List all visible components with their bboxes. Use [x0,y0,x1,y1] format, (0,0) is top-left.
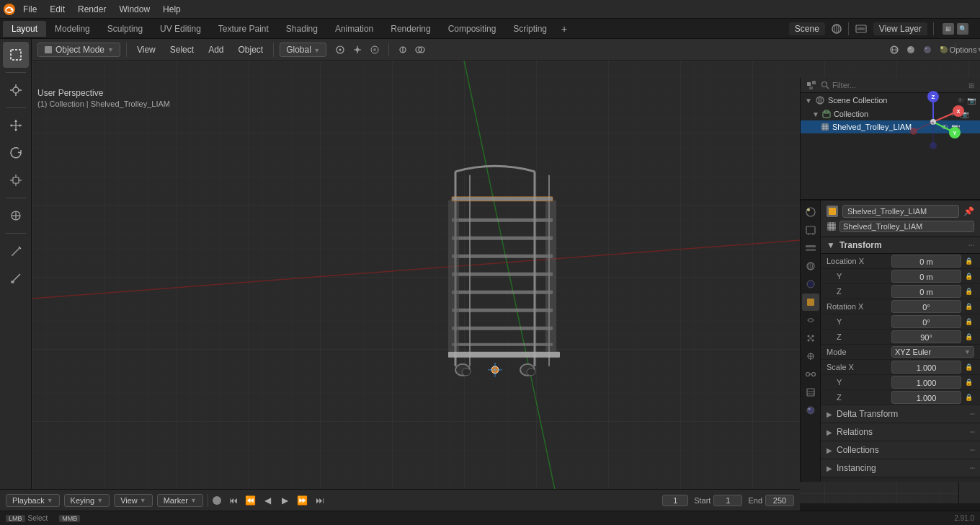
play-button[interactable]: ▶ [277,493,293,508]
proportional-edit-icon[interactable] [367,42,383,58]
prop-tab-constraints[interactable] [802,366,819,383]
step-back-button[interactable]: ⏪ [243,493,259,508]
annotate-tool-button[interactable] [3,238,29,264]
playback-menu[interactable]: Playback ▼ [6,494,60,507]
prop-tab-render[interactable] [802,203,819,221]
select-menu[interactable]: Select [166,43,198,56]
snap-icon[interactable] [349,42,365,58]
scale-tool-button[interactable] [3,167,29,193]
rotation-y-lock[interactable]: 🔒 [963,316,974,327]
menu-edit[interactable]: Edit [44,3,71,16]
scale-x-value[interactable]: 1.000 [891,361,961,374]
start-frame-field[interactable]: 1 [713,495,742,506]
transform-tool-button[interactable] [3,203,29,229]
panel-layout-icon[interactable]: ⊞ [943,23,954,35]
outliner-search-input[interactable] [832,81,964,89]
rotation-x-value[interactable]: 0° [891,300,961,313]
wireframe-shading-icon[interactable] [886,42,902,58]
tab-modeling[interactable]: Modeling [46,21,99,37]
outliner-search-bar[interactable] [821,81,964,89]
tab-compositing[interactable]: Compositing [440,21,505,37]
scale-z-lock[interactable]: 🔒 [963,392,974,403]
tab-sculpting[interactable]: Sculpting [99,21,151,37]
add-menu[interactable]: Add [204,43,228,56]
object-mode-selector[interactable]: Object Mode ▼ [37,43,120,57]
pin-icon[interactable]: 📌 [963,206,974,216]
menu-file[interactable]: File [17,3,43,16]
tab-texture-paint[interactable]: Texture Paint [210,21,277,37]
location-z-lock[interactable]: 🔒 [963,286,974,297]
filter-icon[interactable]: ⊞ [968,81,974,89]
prop-tab-output[interactable] [802,221,819,239]
measure-tool-button[interactable] [3,265,29,291]
view-layer-selector[interactable]: View Layer [873,22,927,35]
rotation-mode-selector[interactable]: XYZ Euler ▼ [891,346,974,358]
datablock-selector[interactable]: Shelved_Trolley_LIAM [839,221,974,232]
cursor-tool-button[interactable] [3,77,29,103]
prop-tab-object[interactable] [802,294,819,311]
view-menu[interactable]: View [133,43,160,56]
tab-animation[interactable]: Animation [326,21,382,37]
object-name-field[interactable]: Shelved_Trolley_LIAM [842,205,959,218]
search-icon[interactable]: 🔍 [957,23,968,35]
step-forward-button[interactable]: ⏩ [295,493,311,508]
solid-shading-icon[interactable] [903,42,919,58]
prop-tab-particles[interactable] [802,330,819,347]
transform-section-header[interactable]: ▼ Transform ··· [821,237,980,254]
move-tool-button[interactable] [3,112,29,138]
play-reverse-button[interactable]: ◀ [260,493,276,508]
tab-layout[interactable]: Layout [3,21,46,37]
keyframe-indicator[interactable] [213,496,221,505]
prop-tab-physics[interactable] [802,348,819,365]
rotation-z-lock[interactable]: 🔒 [963,331,974,343]
scale-y-value[interactable]: 1.000 [891,376,961,389]
marker-menu[interactable]: Marker ▼ [157,494,203,507]
rotation-x-lock[interactable]: 🔒 [963,301,974,312]
tab-shading[interactable]: Shading [277,21,326,37]
tab-add-button[interactable]: + [556,20,573,38]
keying-menu[interactable]: Keying ▼ [64,494,110,507]
menu-help[interactable]: Help [157,3,187,16]
end-frame-field[interactable]: 250 [765,495,794,506]
current-frame-field[interactable]: 1 [662,495,688,506]
scene-selector[interactable]: Scene [789,22,825,35]
jump-start-button[interactable]: ⏮ [226,493,241,508]
options-button[interactable]: Options ▼ [958,42,974,58]
prop-tab-world[interactable] [802,275,819,293]
rotation-z-value[interactable]: 90° [891,330,961,343]
transform-orientation[interactable]: Global ▼ [280,43,326,57]
location-y-value[interactable]: 0 m [891,270,961,283]
show-overlays-icon[interactable] [412,42,428,58]
location-x-lock[interactable]: 🔒 [963,255,974,267]
scale-z-value[interactable]: 1.000 [891,391,961,404]
scale-y-lock[interactable]: 🔒 [963,376,974,388]
pivot-point-icon[interactable] [332,42,348,58]
prop-tab-data[interactable] [802,384,819,401]
rotate-tool-button[interactable] [3,140,29,166]
delta-transform-section[interactable]: ▶ Delta Transform ··· [821,405,980,423]
object-menu[interactable]: Object [233,43,267,56]
material-shading-icon[interactable] [919,42,935,58]
instancing-section[interactable]: ▶ Instancing ··· [821,459,980,477]
scale-x-lock[interactable]: 🔒 [963,361,974,373]
relations-section[interactable]: ▶ Relations ··· [821,423,980,441]
select-tool-button[interactable] [3,42,29,68]
prop-tab-scene[interactable] [802,257,819,275]
prop-tab-material[interactable] [802,402,819,419]
prop-tab-modifiers[interactable] [802,312,819,329]
prop-tab-view-layer[interactable] [802,239,819,257]
menu-window[interactable]: Window [113,3,156,16]
jump-end-button[interactable]: ⏭ [312,493,328,508]
location-x-value[interactable]: 0 m [891,255,961,268]
collections-section[interactable]: ▶ Collections ··· [821,441,980,459]
menu-render[interactable]: Render [72,3,112,16]
tab-uv-editing[interactable]: UV Editing [151,21,210,37]
location-y-lock[interactable]: 🔒 [963,270,974,282]
location-z-value[interactable]: 0 m [891,285,961,298]
rotation-y-value[interactable]: 0° [891,315,961,328]
tab-rendering[interactable]: Rendering [382,21,439,37]
show-gizmos-icon[interactable] [395,42,411,58]
timeline-view-menu[interactable]: View ▼ [114,494,153,507]
tab-scripting[interactable]: Scripting [504,21,556,37]
nav-gizmo[interactable]: X Y Z [901,89,973,162]
